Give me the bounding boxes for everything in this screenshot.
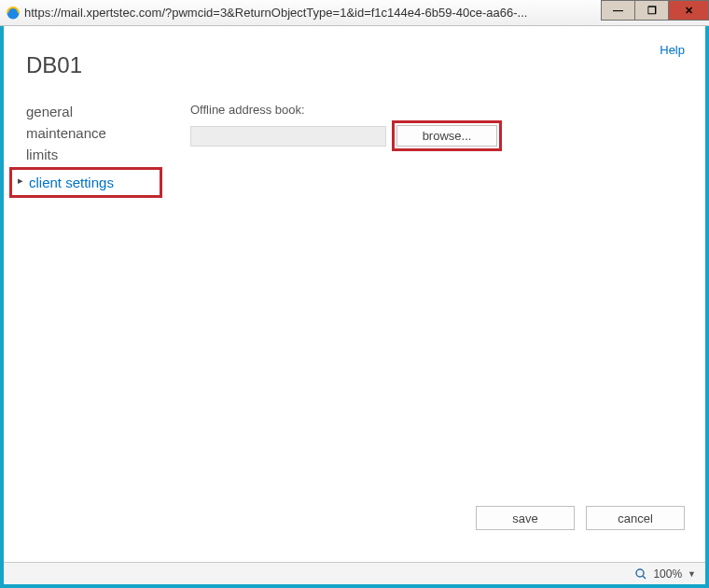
page-title: DB01 bbox=[26, 52, 685, 78]
close-button[interactable]: ✕ bbox=[668, 0, 709, 21]
sidebar-item-general[interactable]: general bbox=[26, 101, 190, 122]
sidebar-item-maintenance[interactable]: maintenance bbox=[26, 122, 190, 144]
titlebar: https://mail.xpertstec.com/?pwmcid=3&Ret… bbox=[0, 0, 709, 26]
cancel-button[interactable]: cancel bbox=[586, 506, 685, 530]
oab-input[interactable] bbox=[190, 126, 386, 147]
ie-icon bbox=[6, 6, 21, 21]
browse-highlight: browse... bbox=[392, 120, 502, 151]
statusbar: 100% ▼ bbox=[4, 562, 705, 584]
form-area: Offline address book: browse... bbox=[190, 101, 685, 198]
magnifier-icon[interactable] bbox=[634, 567, 647, 581]
svg-point-1 bbox=[636, 569, 644, 577]
sidebar: general maintenance limits client settin… bbox=[24, 101, 190, 198]
svg-line-2 bbox=[643, 576, 646, 579]
url-text: https://mail.xpertstec.com/?pwmcid=3&Ret… bbox=[24, 6, 601, 20]
sidebar-highlight: client settings bbox=[9, 167, 162, 198]
minimize-button[interactable]: — bbox=[601, 0, 634, 21]
window-controls: — ❐ ✕ bbox=[601, 0, 709, 25]
maximize-icon: ❐ bbox=[647, 5, 657, 17]
browse-button[interactable]: browse... bbox=[396, 125, 497, 147]
help-link[interactable]: Help bbox=[660, 43, 685, 57]
content-area: Help DB01 general maintenance limits cli… bbox=[4, 26, 705, 562]
footer-buttons: save cancel bbox=[476, 506, 685, 530]
window-body: Help DB01 general maintenance limits cli… bbox=[0, 26, 709, 588]
maximize-button[interactable]: ❐ bbox=[634, 0, 668, 21]
sidebar-item-client-settings[interactable]: client settings bbox=[29, 172, 152, 193]
sidebar-item-limits[interactable]: limits bbox=[26, 144, 190, 165]
zoom-dropdown-icon[interactable]: ▼ bbox=[688, 569, 696, 579]
oab-label: Offline address book: bbox=[190, 103, 685, 117]
minimize-icon: — bbox=[613, 5, 623, 16]
save-button[interactable]: save bbox=[476, 506, 575, 530]
close-icon: ✕ bbox=[685, 5, 693, 17]
zoom-text: 100% bbox=[653, 567, 682, 581]
